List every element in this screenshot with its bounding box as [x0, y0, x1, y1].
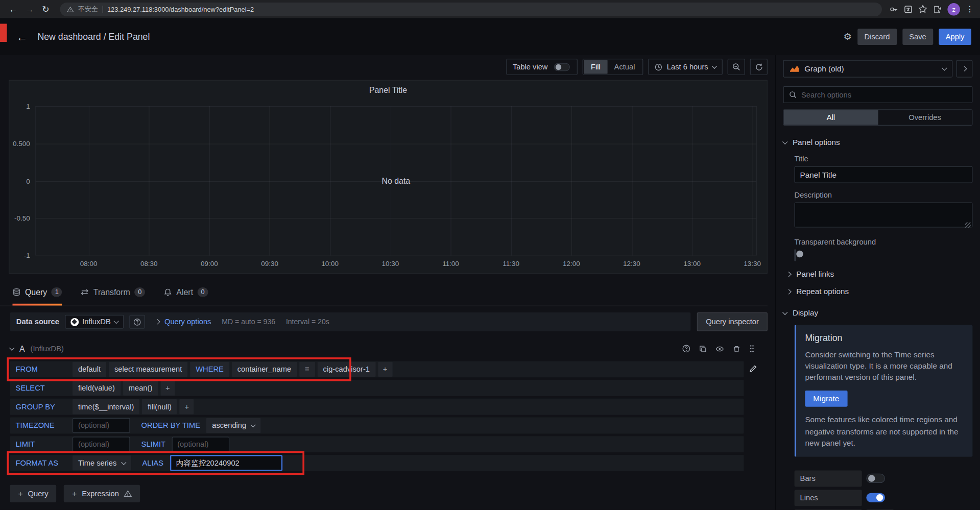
from-policy-chip[interactable]: default: [73, 362, 106, 377]
add-expression-button[interactable]: + Expression: [64, 485, 140, 502]
add-query-button[interactable]: + Query: [10, 485, 57, 502]
duplicate-copy-icon[interactable]: [699, 345, 707, 353]
transform-icon: [81, 288, 89, 296]
tab-transform[interactable]: Transform 0: [81, 284, 145, 306]
discard-button[interactable]: Discard: [857, 29, 897, 45]
h-gridline: [36, 143, 756, 144]
alias-input[interactable]: [170, 455, 282, 471]
settings-gear-icon[interactable]: ⚙: [844, 31, 852, 42]
url-text[interactable]: 123.249.27.118:3000/dashboard/new?editPa…: [107, 5, 254, 13]
where-tag-key-chip[interactable]: container_name: [232, 362, 297, 377]
tab-transform-count: 0: [134, 287, 145, 296]
display-section[interactable]: Display: [783, 309, 973, 318]
search-options-input[interactable]: [801, 90, 967, 99]
group-by-interval-chip[interactable]: time($__interval): [73, 399, 139, 414]
title-field-label: Title: [795, 154, 973, 163]
bars-label: Bars: [795, 470, 862, 487]
collapse-chevron-icon[interactable]: [9, 345, 14, 350]
datasource-help-button[interactable]: [129, 315, 145, 329]
slimit-input[interactable]: [172, 437, 229, 452]
tab-alert[interactable]: Alert 0: [164, 284, 208, 306]
eye-icon[interactable]: [715, 345, 724, 353]
address-bar[interactable]: 不安全 123.249.27.118:3000/dashboard/new?ed…: [60, 2, 881, 16]
browser-back-icon[interactable]: ←: [6, 2, 20, 16]
tab-overrides[interactable]: Overrides: [878, 110, 972, 125]
edit-pencil-icon[interactable]: [749, 365, 757, 373]
fill-button[interactable]: Fill: [584, 60, 607, 74]
limit-label: LIMIT: [10, 440, 73, 449]
bookmark-star-icon[interactable]: [918, 5, 927, 14]
repeat-options-section[interactable]: Repeat options: [787, 287, 972, 296]
panel-links-heading: Panel links: [796, 270, 834, 279]
main-column: Table view Fill Actual Last 6 hours: [0, 55, 775, 510]
limit-input[interactable]: [73, 437, 130, 452]
data-source-picker[interactable]: InfluxDB: [65, 315, 124, 329]
search-options-box: [783, 86, 973, 103]
from-measurement-chip[interactable]: select measurement: [109, 362, 187, 377]
group-by-add-chip[interactable]: +: [180, 399, 194, 414]
trash-icon[interactable]: [732, 345, 740, 353]
x-tick-label: 11:30: [503, 260, 519, 268]
query-inspector-button[interactable]: Query inspector: [697, 312, 768, 331]
timezone-label: TIMEZONE: [10, 421, 73, 430]
repeat-options-heading: Repeat options: [796, 287, 849, 296]
line-width-label: Line width: [795, 509, 862, 510]
tab-query-label: Query: [25, 287, 47, 296]
browser-menu-icon[interactable]: ⋮: [966, 5, 974, 14]
zoom-out-button[interactable]: [728, 59, 745, 75]
select-add-chip[interactable]: +: [160, 380, 175, 395]
where-operator-chip[interactable]: =: [299, 362, 315, 377]
chevron-down-icon: [782, 139, 787, 144]
chevron-right-icon: [962, 66, 967, 71]
security-label[interactable]: 不安全: [78, 5, 98, 13]
v-gridline: [632, 106, 632, 256]
description-field-label: Description: [795, 190, 973, 199]
group-by-fill-chip[interactable]: fill(null): [142, 399, 177, 414]
data-source-label: Data source: [16, 318, 59, 326]
translate-icon[interactable]: [904, 5, 913, 13]
query-options-label: Query options: [164, 318, 211, 326]
apply-button[interactable]: Apply: [939, 29, 971, 45]
browser-refresh-icon[interactable]: ↻: [39, 2, 53, 16]
help-circle-icon[interactable]: [682, 344, 690, 353]
v-gridline: [511, 106, 512, 256]
description-textarea[interactable]: [795, 203, 973, 228]
browser-profile-avatar[interactable]: z: [947, 3, 960, 15]
order-by-time-select[interactable]: ascending: [206, 418, 260, 433]
back-arrow-icon[interactable]: ←: [16, 31, 28, 42]
datasource-bar: Data source InfluxDB Query options MD = …: [10, 312, 768, 331]
save-button[interactable]: Save: [902, 29, 933, 45]
tab-query[interactable]: Query 1: [12, 284, 62, 306]
format-as-value: Time series: [78, 458, 116, 467]
select-aggregation-chip[interactable]: mean(): [123, 380, 158, 395]
query-options-toggle[interactable]: Query options: [156, 318, 211, 326]
visualization-picker[interactable]: Graph (old): [783, 60, 953, 77]
where-tag-value-chip[interactable]: cig-cadvisor-1: [318, 362, 375, 377]
format-as-select[interactable]: Time series: [73, 455, 131, 470]
timezone-input[interactable]: [73, 418, 130, 433]
time-range-picker[interactable]: Last 6 hours: [648, 59, 723, 75]
table-view-toggle[interactable]: [554, 63, 570, 71]
migrate-button[interactable]: Migrate: [805, 391, 847, 407]
options-expand-button[interactable]: [957, 60, 973, 77]
panel-title-input[interactable]: [795, 166, 973, 183]
lines-toggle[interactable]: [866, 493, 885, 502]
tab-all[interactable]: All: [784, 110, 878, 125]
refresh-button[interactable]: [750, 59, 768, 75]
panel-title[interactable]: Panel Title: [9, 81, 767, 95]
bars-toggle[interactable]: [866, 474, 885, 483]
key-icon[interactable]: [890, 5, 898, 13]
query-row-header[interactable]: A (InfluxDB): [10, 341, 758, 356]
actual-button[interactable]: Actual: [607, 60, 642, 74]
influxdb-logo-icon: [70, 318, 79, 326]
select-field-chip[interactable]: field(value): [73, 380, 121, 395]
where-add-chip[interactable]: +: [378, 362, 392, 377]
migration-body-1: Consider switching to the Time series vi…: [805, 349, 964, 383]
line-width-select[interactable]: [866, 509, 894, 510]
panel-links-section[interactable]: Panel links: [787, 270, 972, 279]
panel-options-section[interactable]: Panel options: [783, 138, 973, 147]
drag-handle-icon[interactable]: [749, 344, 755, 353]
h-gridline: [36, 106, 756, 107]
extensions-icon[interactable]: [933, 5, 942, 13]
transparent-background-toggle[interactable]: [795, 249, 796, 261]
